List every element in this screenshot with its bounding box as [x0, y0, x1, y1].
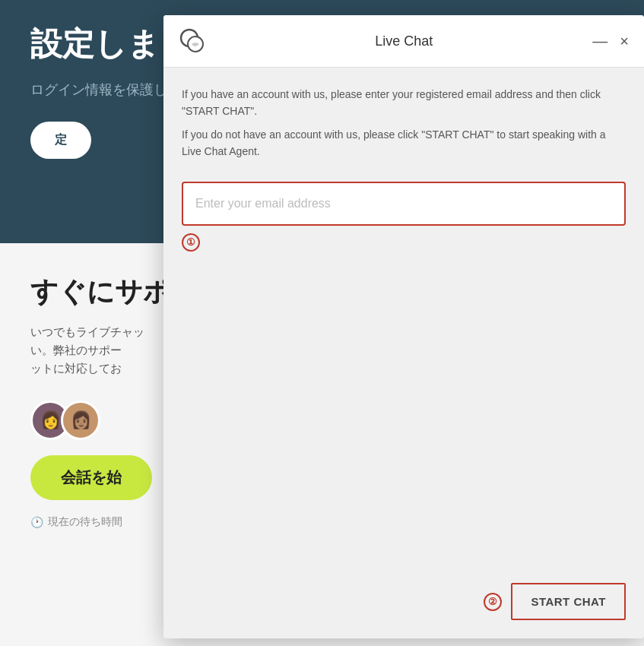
modal-header: Live Chat — × — [163, 15, 644, 68]
modal-description: If you have an account with us, please e… — [182, 86, 626, 166]
avatar-2: 👩🏽 — [61, 401, 100, 440]
minimize-button[interactable]: — — [592, 33, 608, 49]
bg-chat-button[interactable]: 会話を始 — [30, 455, 152, 500]
live-chat-modal: Live Chat — × If you have an account wit… — [163, 15, 644, 638]
email-input-container — [182, 182, 626, 226]
close-button[interactable]: × — [620, 33, 629, 49]
modal-title: Live Chat — [215, 33, 592, 49]
chat-icon — [179, 27, 206, 55]
start-chat-button[interactable]: START CHAT — [511, 583, 626, 620]
modal-footer: ② START CHAT — [163, 571, 644, 638]
bg-button[interactable]: 定 — [30, 122, 91, 159]
step2-indicator: ② — [484, 593, 502, 611]
modal-body: If you have an account with us, please e… — [163, 68, 644, 571]
modal-controls: — × — [592, 33, 629, 49]
step1-indicator: ① — [182, 233, 200, 252]
email-input[interactable] — [182, 182, 626, 226]
